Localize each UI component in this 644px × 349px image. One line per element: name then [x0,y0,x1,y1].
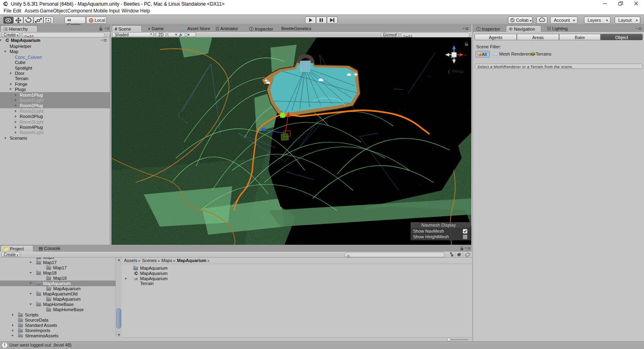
svg-text:Show HeightMesh: Show HeightMesh [413,234,449,239]
svg-text:❮ Persp: ❮ Persp [447,69,464,74]
svg-text:Navmesh Display: Navmesh Display [421,223,456,227]
svg-text:z: z [453,41,455,45]
svg-text:x: x [464,53,466,57]
svg-text:Show NavMesh: Show NavMesh [413,229,444,233]
